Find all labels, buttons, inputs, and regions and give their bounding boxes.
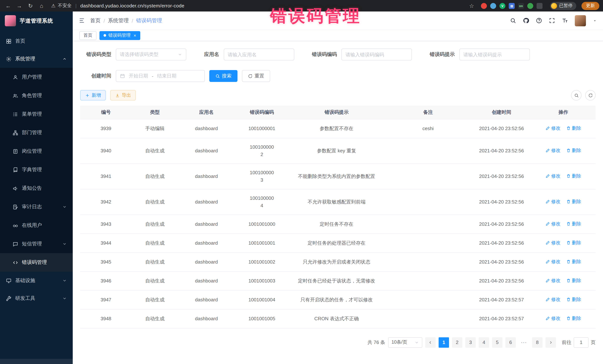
tab-label: 错误码管理 (108, 32, 131, 39)
font-size-icon[interactable] (562, 17, 568, 24)
edit-link[interactable]: 修改 (546, 124, 560, 132)
date-range-picker[interactable]: 开始日期 - 结束日期 (116, 70, 205, 82)
search-icon[interactable] (510, 17, 516, 24)
tab-error-code[interactable]: 错误码管理 × (99, 31, 140, 40)
refresh-table-button[interactable] (585, 90, 596, 100)
reload-icon[interactable]: ↻ (26, 2, 35, 10)
forward-icon[interactable]: → (15, 2, 24, 10)
edit-link[interactable]: 修改 (546, 239, 560, 246)
breadcrumb-home[interactable]: 首页 (90, 17, 101, 24)
reset-button[interactable]: 重置 (242, 70, 270, 82)
sidebar-item[interactable]: 错误码管理 (0, 253, 73, 272)
edit-link[interactable]: 修改 (546, 220, 560, 227)
sidebar-item[interactable]: 短信管理 (0, 235, 73, 253)
delete-link[interactable]: 删除 (566, 198, 581, 205)
select-placeholder: 请选择错误码类型 (120, 51, 158, 58)
export-button[interactable]: 导出 (110, 90, 136, 100)
close-icon[interactable]: × (134, 33, 136, 38)
edit-link[interactable]: 修改 (546, 277, 560, 284)
delete-link[interactable]: 删除 (566, 124, 581, 132)
sidebar-item[interactable]: 用户管理 (0, 68, 73, 86)
sidebar-item[interactable]: 字典管理 (0, 161, 73, 179)
cell-app: dashboard (178, 271, 235, 290)
ext-drop-icon[interactable] (490, 3, 496, 9)
edit-link[interactable]: 修改 (546, 147, 560, 154)
edit-link[interactable]: 修改 (546, 315, 560, 322)
github-icon[interactable] (523, 17, 529, 24)
sidebar-item-home[interactable]: 首页 (0, 32, 73, 50)
delete-link[interactable]: 删除 (566, 147, 581, 154)
delete-link[interactable]: 删除 (566, 239, 581, 246)
caret-down-icon[interactable] (593, 18, 597, 23)
pager-page[interactable]: 2 (452, 337, 462, 348)
delete-icon (566, 259, 571, 264)
pager-page[interactable]: 8 (532, 337, 543, 348)
back-icon[interactable]: ← (4, 2, 13, 10)
toggle-search-button[interactable] (571, 90, 581, 100)
ext-record-icon[interactable] (481, 3, 487, 9)
ext-grid-icon[interactable]: ▦ (509, 3, 515, 9)
security-indicator[interactable]: ⚠ 不安全 | (51, 3, 78, 9)
cell-code: 1001001002 (235, 253, 289, 271)
update-button[interactable]: 更新 (581, 2, 599, 10)
pager-page[interactable]: 6 (505, 337, 516, 348)
delete-link[interactable]: 删除 (566, 296, 581, 303)
error-hint-input[interactable] (459, 49, 530, 60)
cell-actions: 修改 删除 (531, 215, 596, 233)
ext-puzzle-icon[interactable] (537, 3, 543, 9)
chevron-down-icon (62, 242, 67, 246)
help-icon[interactable] (536, 17, 542, 24)
edit-link[interactable]: 修改 (546, 296, 560, 303)
pager-page[interactable]: 3 (465, 337, 476, 348)
bookmark-star-icon[interactable]: ☆ (468, 2, 476, 9)
ext-on-icon[interactable]: on (518, 3, 524, 9)
avatar[interactable] (575, 15, 586, 26)
search-button[interactable]: 搜索 (209, 70, 237, 82)
sidebar-item[interactable]: 在线用户 (0, 216, 73, 235)
pager-page[interactable]: 1 (439, 337, 449, 348)
ext-check-icon[interactable]: V (499, 3, 505, 9)
edit-link[interactable]: 修改 (546, 198, 560, 205)
add-button[interactable]: 新增 (80, 90, 106, 100)
pager-page[interactable]: 5 (492, 337, 502, 348)
filter-app: 应用名 (204, 49, 294, 60)
delete-link[interactable]: 删除 (566, 172, 581, 180)
sidebar-item[interactable]: 部门管理 (0, 123, 73, 142)
sidebar-item[interactable]: 角色管理 (0, 86, 73, 105)
app-name-input[interactable] (224, 49, 294, 60)
sidebar-item[interactable]: 岗位管理 (0, 142, 73, 161)
profile-chip[interactable]: 已暂停 (550, 2, 576, 10)
error-type-select[interactable]: 请选择错误码类型 (116, 49, 186, 60)
delete-link[interactable]: 删除 (566, 277, 581, 284)
cell-actions: 修改 删除 (531, 119, 596, 138)
fullscreen-icon[interactable] (549, 17, 555, 24)
sidebar-item[interactable]: 审计日志 (0, 198, 73, 216)
home-icon[interactable]: ⌂ (37, 2, 46, 10)
delete-link[interactable]: 删除 (566, 315, 581, 322)
sidebar-item-tools[interactable]: 研发工具 (0, 289, 73, 307)
pager-page[interactable]: 4 (479, 337, 489, 348)
delete-link[interactable]: 删除 (566, 258, 581, 265)
page-size-select[interactable]: 10条/页 (388, 337, 422, 348)
delete-link[interactable]: 删除 (566, 220, 581, 227)
address-url[interactable]: dashboard.yudao.iocoder.cn/system/error-… (80, 3, 185, 9)
edit-link[interactable]: 修改 (546, 172, 560, 180)
pager-next[interactable] (545, 337, 556, 348)
sidebar-item-system[interactable]: 系统管理 (0, 50, 73, 68)
collapse-sidebar-icon[interactable] (79, 17, 85, 24)
sidebar-collapse-bar[interactable] (0, 359, 73, 364)
active-tab-dot (104, 34, 106, 37)
security-label: 不安全 (58, 3, 72, 9)
sidebar-item-infra[interactable]: 基础设施 (0, 272, 73, 289)
pager-more[interactable]: ··· (519, 337, 529, 348)
goto-page-input[interactable] (574, 337, 589, 348)
ext-leaf-icon[interactable] (527, 3, 533, 9)
sidebar-item[interactable]: 通知公告 (0, 179, 73, 198)
delete-icon (566, 278, 571, 283)
edit-link[interactable]: 修改 (546, 258, 560, 265)
tab-home[interactable]: 首页 (79, 31, 96, 40)
sidebar-item[interactable]: 菜单管理 (0, 105, 73, 123)
pager-prev[interactable] (425, 337, 436, 348)
breadcrumb-system[interactable]: 系统管理 (108, 17, 129, 24)
error-code-input[interactable] (341, 49, 412, 60)
